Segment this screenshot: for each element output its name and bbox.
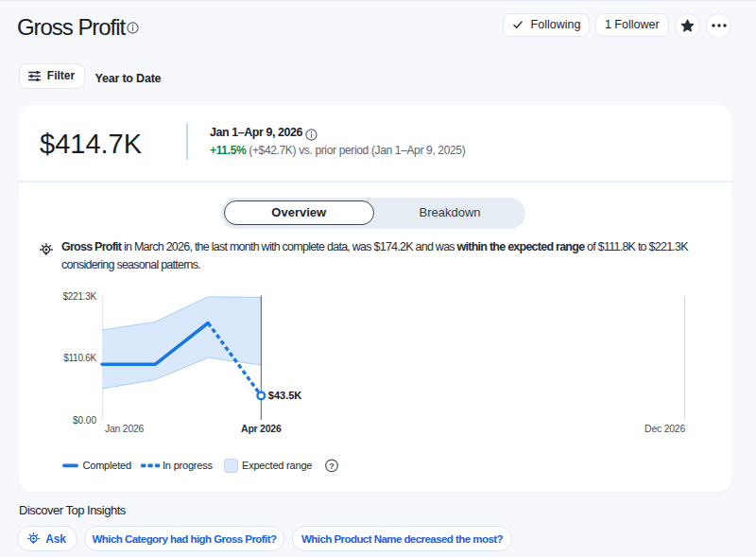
svg-text:Jan 2026: Jan 2026 [105, 423, 145, 434]
svg-text:$221.3K: $221.3K [62, 291, 96, 302]
svg-text:In progress: In progress [163, 460, 214, 471]
svg-text:$43.5K: $43.5K [268, 390, 302, 401]
svg-text:Apr 2026: Apr 2026 [241, 423, 282, 434]
svg-text:?: ? [329, 461, 335, 471]
svg-text:Completed: Completed [83, 460, 131, 471]
svg-text:$0.00: $0.00 [73, 415, 96, 426]
svg-text:$110.6K: $110.6K [63, 353, 96, 363]
svg-text:Dec 2026: Dec 2026 [644, 423, 685, 434]
svg-text:Expected range: Expected range [242, 460, 312, 471]
